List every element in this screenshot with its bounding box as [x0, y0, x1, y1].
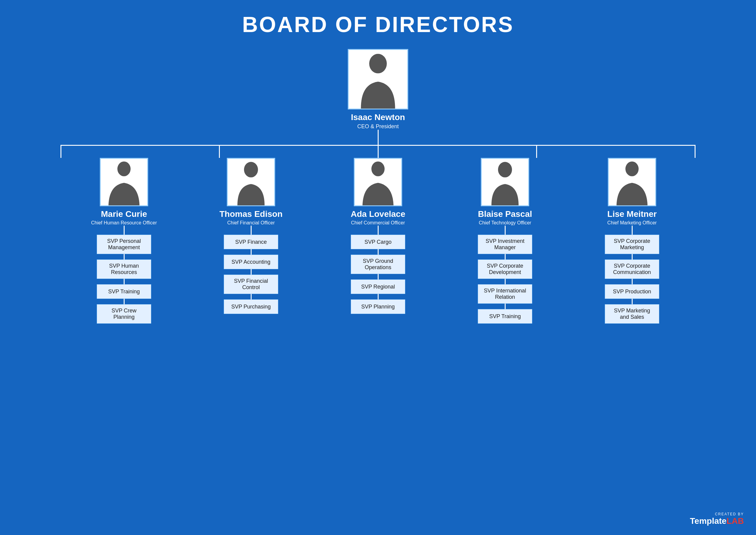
svp-item-4-2: SVP Production: [605, 284, 659, 299]
exec-card-3: Blaise Pascal Chief Technology Officer: [478, 158, 532, 226]
exec-avatar-icon-2: [355, 159, 401, 205]
exec-avatar-box-3: [481, 158, 529, 206]
drop-5: [695, 146, 695, 158]
brand-watermark: CREATED BY TemplateLAB: [690, 512, 744, 526]
exec-title-3: Chief Technology Officer: [479, 220, 531, 226]
exec-avatar-icon-3: [482, 159, 528, 205]
ceo-connector-down: [378, 130, 378, 145]
ceo-title: CEO & President: [357, 124, 399, 130]
svg-point-3: [117, 161, 131, 176]
exec-name-0: Marie Curie: [101, 209, 147, 219]
level2-drops: [61, 146, 695, 158]
exec-name-1: Thomas Edison: [219, 209, 282, 219]
page-title: BOARD OF DIRECTORS: [242, 12, 514, 37]
exec-name-2: Ada Lovelace: [351, 209, 406, 219]
ceo-row: Isaac Newton CEO & President: [348, 49, 408, 130]
svp-item-2-1: SVP Ground Operations: [351, 255, 405, 274]
svp-item-2-0: SVP Cargo: [351, 235, 405, 249]
exec-avatar-box-4: [608, 158, 656, 206]
svp-item-0-1: SVP Human Resources: [97, 260, 151, 279]
org-chart: Isaac Newton CEO & President: [6, 49, 750, 324]
exec-connector-0: [124, 226, 125, 235]
svg-point-4: [244, 162, 258, 177]
exec-connector-4: [632, 226, 632, 235]
exec-title-2: Chief Commercial Officer: [351, 220, 405, 226]
svp-list-2: SVP Cargo SVP Ground Operations SVP Regi…: [351, 235, 405, 314]
exec-branch-blaise: Blaise Pascal Chief Technology Officer S…: [441, 158, 569, 324]
exec-card-0: Marie Curie Chief Human Resource Officer: [91, 158, 157, 226]
svp-item-0-3: SVP Crew Planning: [97, 304, 151, 324]
exec-avatar-box-0: [100, 158, 148, 206]
svg-point-6: [498, 162, 512, 177]
exec-avatar-icon-0: [101, 159, 147, 205]
svp-list-4: SVP Corporate Marketing SVP Corporate Co…: [605, 235, 659, 324]
exec-branch-marie: Marie Curie Chief Human Resource Officer…: [61, 158, 187, 324]
exec-avatar-box-1: [227, 158, 275, 206]
exec-branch-thomas: Thomas Edison Chief Financial Officer SV…: [187, 158, 315, 314]
drop-1: [61, 146, 61, 158]
ceo-card: Isaac Newton CEO & President: [348, 49, 408, 130]
svp-item-4-0: SVP Corporate Marketing: [605, 235, 659, 254]
brand-lab: LAB: [726, 516, 744, 526]
exec-card-2: Ada Lovelace Chief Commercial Officer: [351, 158, 406, 226]
brand-name: TemplateLAB: [690, 516, 744, 526]
svp-item-1-2: SVP Financial Control: [224, 275, 278, 294]
ceo-avatar-box: [348, 49, 408, 109]
drop-2: [219, 146, 220, 158]
exec-title-4: Chief Marketing Officer: [607, 220, 657, 226]
svp-item-1-0: SVP Finance: [224, 235, 278, 249]
svp-item-4-1: SVP Corporate Communication: [605, 260, 659, 279]
horizontal-connector-line: [61, 145, 695, 146]
ceo-avatar-icon: [349, 50, 407, 109]
exec-branch-lise: Lise Meitner Chief Marketing Officer SVP…: [569, 158, 695, 324]
svp-list-0: SVP Personal Management SVP Human Resour…: [97, 235, 151, 324]
brand-template: Template: [690, 516, 727, 526]
svp-item-0-0: SVP Personal Management: [97, 235, 151, 254]
brand-created-by: CREATED BY: [715, 512, 744, 516]
svp-item-3-3: SVP Training: [478, 309, 532, 324]
ceo-name: Isaac Newton: [351, 113, 405, 122]
exec-name-3: Blaise Pascal: [478, 209, 532, 219]
svg-point-2: [369, 54, 387, 73]
exec-branch-ada: Ada Lovelace Chief Commercial Officer SV…: [315, 158, 441, 314]
drop-3: [378, 146, 378, 158]
svp-item-3-1: SVP Corporate Development: [478, 260, 532, 279]
exec-title-0: Chief Human Resource Officer: [91, 220, 157, 226]
svp-list-3: SVP Investment Manager SVP Corporate Dev…: [478, 235, 532, 324]
exec-connector-1: [251, 226, 252, 235]
svp-item-2-3: SVP Planning: [351, 299, 405, 314]
svp-item-3-2: SVP International Relation: [478, 284, 532, 304]
svp-item-3-0: SVP Investment Manager: [478, 235, 532, 254]
exec-connector-2: [378, 226, 378, 235]
drop-4: [536, 146, 537, 158]
svp-list-1: SVP Finance SVP Accounting SVP Financial…: [224, 235, 278, 314]
svp-item-2-2: SVP Regional: [351, 279, 405, 294]
exec-avatar-box-2: [354, 158, 402, 206]
exec-connector-3: [505, 226, 506, 235]
exec-avatar-icon-1: [228, 159, 274, 205]
executives-row: Marie Curie Chief Human Resource Officer…: [61, 158, 695, 324]
svp-item-1-1: SVP Accounting: [224, 255, 278, 269]
exec-card-1: Thomas Edison Chief Financial Officer: [219, 158, 282, 226]
exec-avatar-icon-4: [609, 159, 655, 205]
exec-title-1: Chief Financial Officer: [227, 220, 275, 226]
svp-item-0-2: SVP Training: [97, 284, 151, 299]
svg-point-5: [371, 161, 385, 176]
svp-item-4-3: SVP Marketing and Sales: [605, 304, 659, 324]
svg-point-7: [625, 161, 639, 176]
exec-name-4: Lise Meitner: [607, 209, 657, 219]
exec-card-4: Lise Meitner Chief Marketing Officer: [607, 158, 657, 226]
svp-item-1-3: SVP Purchasing: [224, 299, 278, 314]
